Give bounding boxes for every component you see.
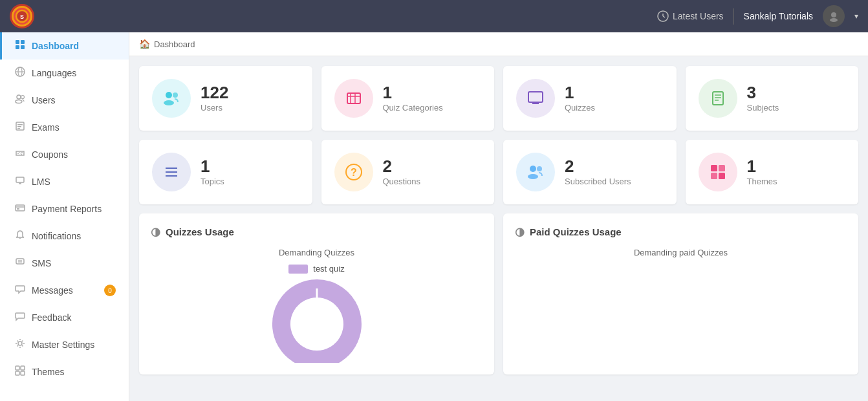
svg-rect-48 [713, 92, 723, 105]
stats-row-2: 1 Topics ? 2 Questions 2 [139, 140, 858, 204]
lms-icon [15, 175, 25, 188]
sms-icon [15, 257, 25, 270]
quiz-legend-item: test quiz [288, 264, 344, 274]
dropdown-arrow[interactable]: ▾ [854, 12, 858, 21]
stat-label-questions: Questions [383, 177, 421, 186]
paid-quizzes-usage-card: ◑ Paid Quizzes Usage Demanding paid Quiz… [503, 213, 858, 374]
sidebar-item-lms[interactable]: LMS [0, 168, 129, 195]
stats-row-1: 122 Users 1 Quiz Categories [139, 66, 858, 131]
stat-label-subscribed-users: Subscribed Users [565, 177, 631, 186]
sidebar-item-sms[interactable]: SMS [0, 250, 129, 277]
svg-rect-7 [16, 40, 19, 44]
svg-point-58 [528, 174, 538, 179]
feedback-icon [15, 311, 25, 324]
stat-number-subscribed-users: 2 [565, 158, 631, 175]
paid-chart-icon: ◑ [515, 225, 525, 239]
stat-card-topics[interactable]: 1 Topics [139, 140, 312, 204]
sidebar-item-users[interactable]: Users [0, 87, 129, 114]
payment-reports-icon [15, 202, 25, 215]
charts-row: ◑ Quizzes Usage Demanding Quizzes test q… [139, 213, 858, 374]
sidebar-themes-label: Themes [32, 367, 65, 377]
stat-card-quiz-categories[interactable]: 1 Quiz Categories [321, 66, 495, 131]
app-logo[interactable]: S [10, 4, 34, 28]
sidebar-item-dashboard[interactable]: Dashboard [0, 32, 129, 60]
svg-text:?: ? [351, 167, 357, 178]
stat-number-themes: 1 [747, 158, 777, 175]
svg-rect-30 [16, 259, 24, 264]
stat-info-themes: 1 Themes [747, 158, 777, 186]
main-content: 🏠 Dashboard 122 Users 1 [129, 32, 868, 401]
sidebar-dashboard-label: Dashboard [32, 41, 79, 51]
sidebar: Dashboard Languages Users Exams [0, 32, 129, 401]
sidebar-item-exams[interactable]: Exams [0, 114, 129, 141]
breadcrumb: 🏠 Dashboard [129, 32, 868, 56]
svg-point-57 [530, 166, 536, 172]
stat-label-users: Users [201, 103, 228, 113]
svg-point-15 [16, 100, 22, 103]
svg-point-33 [18, 341, 22, 345]
svg-rect-27 [16, 205, 25, 211]
svg-point-6 [830, 18, 838, 22]
sidebar-payment-reports-label: Payment Reports [32, 204, 102, 214]
themes-icon [15, 365, 25, 378]
svg-rect-60 [711, 165, 717, 171]
sidebar-item-payment-reports[interactable]: Payment Reports [0, 195, 129, 222]
messages-icon [15, 284, 25, 297]
sidebar-item-notifications[interactable]: Notifications [0, 222, 129, 250]
sidebar-lms-label: LMS [32, 177, 50, 187]
stat-number-quizzes: 1 [565, 84, 595, 101]
stat-label-themes: Themes [747, 177, 777, 186]
stat-card-themes[interactable]: 1 Themes [686, 140, 859, 204]
coupons-icon [15, 148, 25, 161]
svg-point-14 [17, 95, 21, 99]
quizzes-donut-chart [265, 279, 369, 363]
stat-card-subjects[interactable]: 3 Subjects [686, 66, 859, 131]
topnav-right-area: Latest Users Sankalp Tutorials ▾ [657, 5, 858, 27]
dashboard-icon [15, 39, 25, 52]
sidebar-item-languages[interactable]: Languages [0, 60, 129, 87]
stat-icon-users [152, 79, 191, 118]
stat-icon-quizzes [516, 79, 555, 118]
sidebar-coupons-label: Coupons [32, 149, 68, 160]
stat-card-quizzes[interactable]: 1 Quizzes [503, 66, 677, 131]
home-icon: 🏠 [139, 39, 150, 49]
sidebar-item-messages[interactable]: Messages 0 [0, 277, 129, 304]
sidebar-notifications-label: Notifications [32, 231, 81, 241]
svg-point-16 [21, 96, 25, 99]
latest-users-button[interactable]: Latest Users [657, 10, 724, 22]
stat-info-subscribed-users: 2 Subscribed Users [565, 158, 631, 186]
svg-rect-45 [528, 92, 543, 102]
quiz-legend-color [288, 265, 308, 274]
quizzes-usage-card: ◑ Quizzes Usage Demanding Quizzes test q… [139, 213, 494, 374]
quizzes-usage-label: Quizzes Usage [166, 226, 234, 237]
stat-card-subscribed-users[interactable]: 2 Subscribed Users [503, 140, 677, 204]
svg-rect-37 [21, 371, 25, 375]
sidebar-item-coupons[interactable]: Coupons [0, 141, 129, 168]
sidebar-item-themes[interactable]: Themes [0, 358, 129, 385]
quiz-legend-label: test quiz [313, 264, 344, 274]
svg-rect-10 [21, 45, 25, 49]
stat-info-quiz-categories: 1 Quiz Categories [383, 84, 443, 113]
sidebar-item-master-settings[interactable]: Master Settings [0, 331, 129, 358]
svg-rect-18 [17, 124, 23, 125]
svg-rect-9 [16, 45, 19, 49]
users-icon [15, 94, 25, 107]
svg-rect-35 [21, 366, 25, 370]
user-avatar[interactable] [823, 5, 845, 27]
stat-number-users: 122 [201, 84, 228, 101]
username-label: Sankalp Tutorials [744, 11, 813, 21]
paid-donut-heading: Demanding paid Quizzes [634, 248, 728, 257]
stat-number-quiz-categories: 1 [383, 84, 443, 101]
main-layout: Dashboard Languages Users Exams [0, 32, 868, 401]
sidebar-sms-label: SMS [32, 258, 51, 268]
stat-card-questions[interactable]: ? 2 Questions [321, 140, 495, 204]
stat-card-users[interactable]: 122 Users [139, 66, 312, 131]
paid-quizzes-usage-title: ◑ Paid Quizzes Usage [515, 225, 847, 239]
paid-quizzes-usage-label: Paid Quizzes Usage [530, 226, 622, 237]
sidebar-item-feedback[interactable]: Feedback [0, 304, 129, 331]
svg-rect-61 [719, 165, 725, 171]
stat-info-users: 122 Users [201, 84, 228, 113]
breadcrumb-label: Dashboard [154, 39, 195, 49]
exams-icon [15, 121, 25, 134]
svg-rect-36 [16, 371, 19, 375]
